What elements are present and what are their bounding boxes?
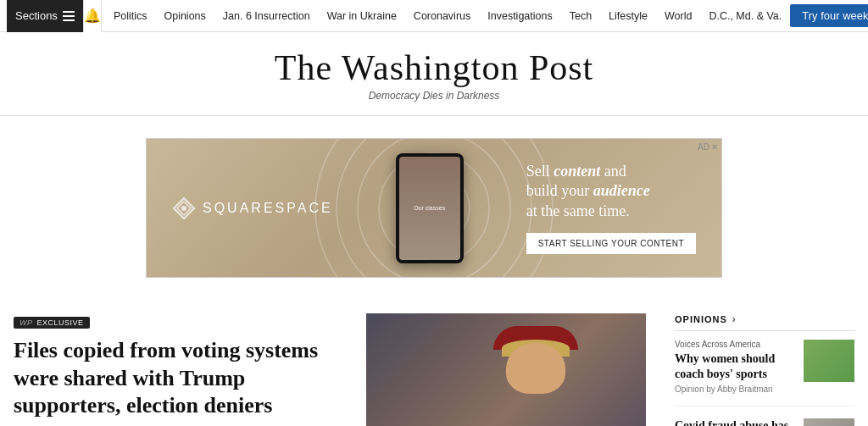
article-photo [366, 313, 646, 426]
hamburger-icon [63, 11, 75, 21]
nav-link-opinions[interactable]: Opinions [155, 0, 214, 32]
nav-links: Politics Opinions Jan. 6 Insurrection Wa… [102, 0, 790, 32]
bell-icon: 🔔 [84, 8, 101, 24]
svg-point-5 [181, 206, 186, 211]
opinion-headline-1: Why women should coach boys' sports [675, 351, 795, 382]
try-free-button[interactable]: Try four weeks free [790, 4, 868, 27]
exclusive-badge: wp EXCLUSIVE [14, 317, 90, 329]
sections-button[interactable]: Sections [7, 0, 83, 32]
opinion-thumb-2 [804, 418, 854, 426]
ad-phone-image: Our classes [359, 153, 501, 263]
nav-link-investigations[interactable]: Investigations [479, 0, 560, 32]
main-article-image[interactable] [366, 313, 646, 426]
nav-link-dc[interactable]: D.C., Md. & Va. [700, 0, 790, 32]
main-article-text: wp EXCLUSIVE Files copied from voting sy… [14, 313, 353, 426]
nav-link-world[interactable]: World [656, 0, 700, 32]
phone-screen: Our classes [399, 157, 460, 260]
opinion-item[interactable]: Voices Across America Why women should c… [675, 340, 854, 407]
phone-screen-text: Our classes [414, 205, 445, 211]
masthead: The Washington Post Democracy Dies in Da… [0, 32, 868, 116]
sidebar-opinions-header[interactable]: OPINIONS › [675, 313, 854, 331]
ad-italic-content: content [554, 163, 600, 180]
nav-link-lifestyle[interactable]: Lifestyle [600, 0, 656, 32]
badge-exclusive-label: EXCLUSIVE [37, 318, 84, 327]
opinion-category-1: Voices Across America [675, 340, 795, 349]
badge-wp-label: wp [19, 318, 33, 327]
opinion-text-2: Covid fraud abuse has a clear, and count… [675, 418, 795, 426]
ad-brand-section: SQUARESPACE [147, 180, 359, 237]
sections-label: Sections [15, 9, 58, 22]
opinion-thumb-1 [804, 340, 854, 382]
opinion-headline-2: Covid fraud abuse has a clear, and count… [675, 418, 795, 426]
opinion-image-1 [804, 340, 854, 382]
main-content: wp EXCLUSIVE Files copied from voting sy… [14, 313, 658, 426]
chevron-right-icon: › [732, 313, 737, 325]
opinion-byline-1: Opinion by Abby Braitman [675, 385, 795, 394]
opinion-text-1: Voices Across America Why women should c… [675, 340, 795, 394]
nav-link-tech[interactable]: Tech [561, 0, 600, 32]
content-area: wp EXCLUSIVE Files copied from voting sy… [0, 300, 868, 426]
site-title[interactable]: The Washington Post [0, 47, 868, 88]
figure-in-image [476, 326, 595, 426]
tagline: Democracy Dies in Darkness [0, 90, 868, 112]
nav-link-ukraine[interactable]: War in Ukraine [319, 0, 405, 32]
squarespace-logo: SQUARESPACE [172, 196, 333, 220]
main-article-headline[interactable]: Files copied from voting systems were sh… [14, 337, 353, 420]
right-sidebar: OPINIONS › Voices Across America Why wom… [675, 313, 854, 426]
top-navigation: Sections 🔔 Politics Opinions Jan. 6 Insu… [0, 0, 868, 32]
nav-actions: Try four weeks free Sign in 👤 [790, 4, 868, 27]
advertisement-banner: SQUARESPACE Our classes Sell content and… [146, 138, 722, 278]
ad-brand-name: SQUARESPACE [203, 201, 333, 216]
nav-link-coronavirus[interactable]: Coronavirus [405, 0, 479, 32]
ad-italic-audience: audience [593, 182, 650, 199]
nav-link-jan6[interactable]: Jan. 6 Insurrection [214, 0, 319, 32]
sidebar-section-label: OPINIONS [675, 314, 727, 324]
ad-copy-section: Sell content and build your audience at … [501, 145, 721, 271]
figure-head [506, 343, 565, 394]
phone-mockup: Our classes [396, 153, 464, 263]
notifications-bell-button[interactable]: 🔔 [83, 0, 102, 32]
ad-headline: Sell content and build your audience at … [526, 162, 696, 221]
opinion-item-2[interactable]: Covid fraud abuse has a clear, and count… [675, 418, 854, 426]
nav-link-politics[interactable]: Politics [105, 0, 156, 32]
ad-cta-button[interactable]: START SELLING YOUR CONTENT [526, 233, 696, 254]
opinion-image-2 [804, 418, 854, 426]
